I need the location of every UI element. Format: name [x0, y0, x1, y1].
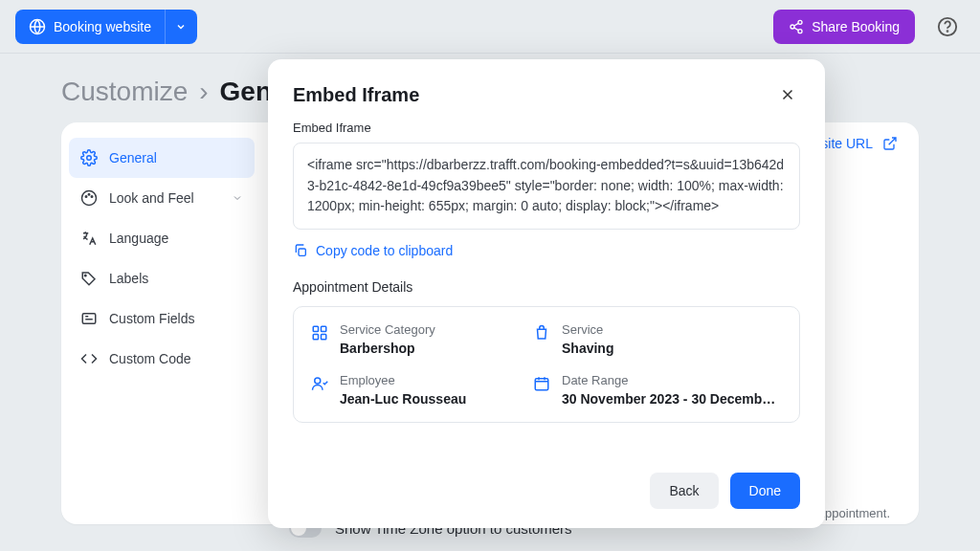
- sidebar-item-labels[interactable]: Labels: [61, 258, 262, 298]
- svg-rect-15: [322, 326, 326, 331]
- language-icon: [80, 230, 98, 247]
- external-link-icon: [882, 136, 898, 151]
- sidebar-item-label: Language: [109, 231, 168, 246]
- globe-icon: [29, 18, 46, 35]
- sidebar-item-label: Custom Fields: [109, 311, 194, 326]
- close-icon: [779, 86, 796, 103]
- code-icon: [80, 350, 98, 367]
- sidebar-item-label: Look and Feel: [109, 190, 194, 206]
- detail-employee: Employee Jean-Luc Rousseau: [311, 373, 510, 407]
- booking-website-caret[interactable]: [165, 10, 197, 44]
- sidebar-item-general[interactable]: General: [69, 138, 255, 178]
- detail-label: Employee: [340, 373, 466, 387]
- bag-icon: [533, 324, 550, 342]
- copy-code-label: Copy code to clipboard: [316, 243, 453, 258]
- svg-point-2: [791, 25, 794, 29]
- detail-value: Barbershop: [340, 341, 435, 356]
- svg-rect-14: [313, 326, 318, 331]
- svg-rect-19: [535, 379, 548, 390]
- embed-field-label: Embed Iframe: [293, 121, 800, 135]
- share-booking-button[interactable]: Share Booking: [773, 10, 915, 44]
- chevron-down-icon: [232, 192, 243, 204]
- sidebar-item-look-and-feel[interactable]: Look and Feel: [61, 178, 262, 218]
- svg-point-1: [798, 20, 802, 24]
- calendar-icon: [533, 375, 550, 392]
- booking-website-button[interactable]: Booking website: [15, 10, 165, 44]
- detail-service: Service Shaving: [533, 322, 782, 356]
- detail-label: Service Category: [340, 322, 435, 337]
- help-button[interactable]: [930, 10, 965, 44]
- sidebar-item-language[interactable]: Language: [61, 218, 262, 258]
- embed-code-box[interactable]: <iframe src="https://dbarberzz.trafft.co…: [293, 143, 800, 230]
- tag-icon: [80, 270, 98, 287]
- detail-value: Jean-Luc Rousseau: [340, 391, 466, 407]
- svg-point-5: [947, 31, 948, 32]
- svg-point-8: [85, 196, 87, 198]
- svg-point-18: [315, 378, 321, 384]
- user-icon: [311, 375, 328, 392]
- svg-point-3: [798, 29, 802, 33]
- back-button[interactable]: Back: [650, 473, 718, 509]
- detail-service-category: Service Category Barbershop: [311, 322, 510, 356]
- embed-iframe-modal: Embed Iframe Embed Iframe <iframe src="h…: [268, 59, 825, 528]
- svg-point-10: [91, 196, 93, 198]
- detail-label: Service: [562, 322, 613, 337]
- appointment-details: Service Category Barbershop Service Shav…: [293, 306, 800, 423]
- topbar-right: Share Booking: [773, 10, 965, 44]
- sidebar-item-label: General: [109, 150, 157, 165]
- sidebar-item-custom-code[interactable]: Custom Code: [61, 339, 262, 379]
- palette-icon: [80, 189, 98, 207]
- modal-title: Embed Iframe: [293, 84, 419, 106]
- topbar-left: Booking website: [15, 10, 197, 44]
- svg-point-6: [87, 156, 92, 161]
- sidebar-item-label: Custom Code: [109, 351, 191, 366]
- top-bar: Booking website Share Booking: [0, 0, 980, 54]
- copy-code-link[interactable]: Copy code to clipboard: [293, 243, 453, 258]
- modal-footer: Back Done: [293, 473, 800, 509]
- svg-point-9: [88, 194, 90, 196]
- form-icon: [80, 310, 98, 327]
- svg-rect-13: [299, 249, 305, 255]
- sidebar-item-custom-fields[interactable]: Custom Fields: [61, 298, 262, 339]
- svg-rect-17: [322, 335, 326, 340]
- svg-rect-16: [313, 335, 318, 340]
- svg-point-11: [85, 275, 87, 276]
- done-button[interactable]: Done: [730, 473, 800, 509]
- booking-website-dropdown: Booking website: [15, 10, 197, 44]
- grid-icon: [311, 324, 328, 342]
- detail-label: Date Range: [562, 373, 782, 387]
- copy-icon: [293, 243, 308, 258]
- modal-header: Embed Iframe: [293, 82, 800, 107]
- gear-icon: [80, 149, 98, 166]
- share-booking-label: Share Booking: [812, 19, 900, 34]
- detail-value: Shaving: [562, 341, 613, 356]
- share-icon: [789, 19, 804, 34]
- modal-close-button[interactable]: [775, 82, 800, 107]
- detail-value: 30 November 2023 - 30 December...: [562, 391, 782, 407]
- booking-website-label: Booking website: [54, 19, 151, 34]
- chevron-right-icon: ›: [199, 77, 208, 107]
- appointment-details-label: Appointment Details: [293, 279, 800, 295]
- sidebar-item-label: Labels: [109, 271, 148, 286]
- breadcrumb-parent[interactable]: Customize: [61, 77, 188, 107]
- settings-sidebar: General Look and Feel Language Labels: [61, 122, 262, 524]
- detail-date-range: Date Range 30 November 2023 - 30 Decembe…: [533, 373, 782, 407]
- help-icon: [937, 16, 958, 37]
